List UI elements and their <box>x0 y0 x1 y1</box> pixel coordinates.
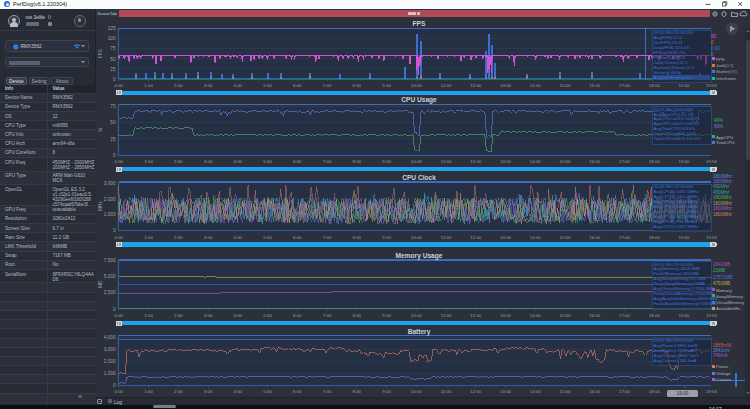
svg-text:2,000: 2,000 <box>104 197 116 202</box>
svg-text:75: 75 <box>110 104 116 109</box>
svg-text:2:00: 2:00 <box>174 389 183 394</box>
svg-text:Memory: Memory <box>716 288 733 293</box>
svg-text:9:00: 9:00 <box>382 83 391 88</box>
svg-text:11:00: 11:00 <box>441 389 452 394</box>
svg-text:25: 25 <box>110 67 116 72</box>
svg-text:18:00: 18:00 <box>649 389 660 394</box>
svg-text:Avg(Current):746.3mA: Avg(Current):746.3mA <box>654 358 697 363</box>
svg-text:18:00: 18:00 <box>649 83 660 88</box>
svg-text:11:00: 11:00 <box>441 159 452 164</box>
svg-text:5:00: 5:00 <box>263 313 272 318</box>
svg-text:0: 0 <box>113 228 116 233</box>
svg-text:19:00: 19:00 <box>679 83 690 88</box>
svg-text:2,000: 2,000 <box>104 359 116 364</box>
svg-text:%: % <box>98 128 103 132</box>
svg-text:SwapMemory: SwapMemory <box>716 294 744 299</box>
svg-text:10:00: 10:00 <box>411 235 422 240</box>
svg-text:40%: 40% <box>714 118 723 123</box>
svg-text:19:00: 19:00 <box>679 313 690 318</box>
svg-text:0:00: 0:00 <box>115 313 124 318</box>
svg-text:4:00: 4:00 <box>234 235 243 240</box>
svg-text:19:56: 19:56 <box>706 313 717 318</box>
svg-text:18:00: 18:00 <box>649 313 660 318</box>
svg-text:Jank(##): Jank(##) <box>716 63 734 68</box>
svg-text:0:00: 0:00 <box>115 83 124 88</box>
svg-text:8:00: 8:00 <box>353 83 362 88</box>
svg-text:CPU Clock: CPU Clock <box>402 174 436 181</box>
svg-text:16:00: 16:00 <box>589 389 600 394</box>
svg-text:MHz: MHz <box>98 201 103 211</box>
svg-text:1:00: 1:00 <box>144 235 153 240</box>
svg-text:3841mV: 3841mV <box>713 348 731 353</box>
svg-text:TotalCPU>=80%:100.0%: TotalCPU>=80%:100.0% <box>654 136 702 141</box>
svg-text:0:00: 0:00 <box>115 235 124 240</box>
svg-text:16:00: 16:00 <box>589 83 600 88</box>
svg-text:1:00: 1:00 <box>144 389 153 394</box>
svg-text:13:00: 13:00 <box>500 83 511 88</box>
svg-text:13:00: 13:00 <box>500 313 511 318</box>
svg-text:1,000: 1,000 <box>104 212 116 217</box>
svg-text:21MB: 21MB <box>713 268 725 273</box>
svg-text:9:00: 9:00 <box>382 235 391 240</box>
svg-text:1800Mhz: 1800Mhz <box>713 212 733 217</box>
svg-text:Interframe: Interframe <box>716 76 737 81</box>
svg-text:0.90: 0.90 <box>711 46 720 51</box>
svg-text:11:00: 11:00 <box>441 83 452 88</box>
svg-text:1:00: 1:00 <box>144 159 153 164</box>
svg-text:10:00: 10:00 <box>411 83 422 88</box>
svg-text:2:00: 2:00 <box>174 235 183 240</box>
svg-text:Memory Usage: Memory Usage <box>396 252 443 260</box>
svg-text:15:00: 15:00 <box>560 389 571 394</box>
svg-text:0:00: 0:00 <box>115 159 124 164</box>
svg-text:3,000: 3,000 <box>104 347 116 352</box>
svg-text:3,000: 3,000 <box>104 181 116 186</box>
svg-text:18:00: 18:00 <box>649 159 660 164</box>
svg-text:19:56: 19:56 <box>706 389 717 394</box>
svg-text:7:00: 7:00 <box>323 159 332 164</box>
svg-text:Peak(AvailableMemory):5066MB: Peak(AvailableMemory):5066MB <box>654 301 717 306</box>
svg-text:3:00: 3:00 <box>204 235 213 240</box>
svg-text:12:00: 12:00 <box>470 389 481 394</box>
svg-text:12:00: 12:00 <box>470 83 481 88</box>
svg-text:1800Mhz: 1800Mhz <box>713 195 733 200</box>
svg-text:27571MB: 27571MB <box>713 275 733 280</box>
svg-text:8:00: 8:00 <box>353 313 362 318</box>
svg-text:17:00: 17:00 <box>619 159 630 164</box>
svg-text:19:56: 19:56 <box>706 235 717 240</box>
svg-text:15:00: 15:00 <box>560 159 571 164</box>
svg-text:1800Mhz: 1800Mhz <box>713 174 733 179</box>
svg-text:14:00: 14:00 <box>530 313 541 318</box>
svg-text:0: 0 <box>113 383 116 388</box>
svg-text:9:00: 9:00 <box>382 159 391 164</box>
svg-text:125: 125 <box>108 26 116 31</box>
svg-text:0: 0 <box>113 77 116 82</box>
svg-text:9:00: 9:00 <box>382 313 391 318</box>
svg-text:14:00: 14:00 <box>530 159 541 164</box>
svg-text:6:00: 6:00 <box>293 159 302 164</box>
svg-text:6:00: 6:00 <box>293 83 302 88</box>
svg-text:4,000: 4,000 <box>104 335 116 340</box>
svg-text:12:00: 12:00 <box>470 313 481 318</box>
svg-text:4791MB: 4791MB <box>713 281 730 286</box>
svg-text:8:00: 8:00 <box>353 159 362 164</box>
svg-text:3:00: 3:00 <box>204 389 213 394</box>
svg-text:60: 60 <box>711 34 717 39</box>
svg-text:MB: MB <box>98 281 103 288</box>
svg-text:TotalCPU: TotalCPU <box>716 140 735 145</box>
svg-text:25: 25 <box>110 137 116 142</box>
svg-text:13:00: 13:00 <box>500 235 511 240</box>
svg-text:19:00: 19:00 <box>679 159 690 164</box>
svg-text:13:00: 13:00 <box>500 389 511 394</box>
svg-text:16:00: 16:00 <box>589 159 600 164</box>
svg-text:FPS: FPS <box>413 20 426 27</box>
svg-text:16:00: 16:00 <box>589 313 600 318</box>
svg-text:0: 0 <box>113 307 116 312</box>
svg-text:5,000: 5,000 <box>104 274 116 279</box>
svg-text:17:00: 17:00 <box>619 313 630 318</box>
svg-text:19:56: 19:56 <box>706 83 717 88</box>
svg-text:7:00: 7:00 <box>323 83 332 88</box>
svg-text:AppCPU: AppCPU <box>716 135 733 140</box>
svg-text:3:00: 3:00 <box>204 313 213 318</box>
svg-text:12:00: 12:00 <box>470 235 481 240</box>
svg-text:6:00: 6:00 <box>293 313 302 318</box>
